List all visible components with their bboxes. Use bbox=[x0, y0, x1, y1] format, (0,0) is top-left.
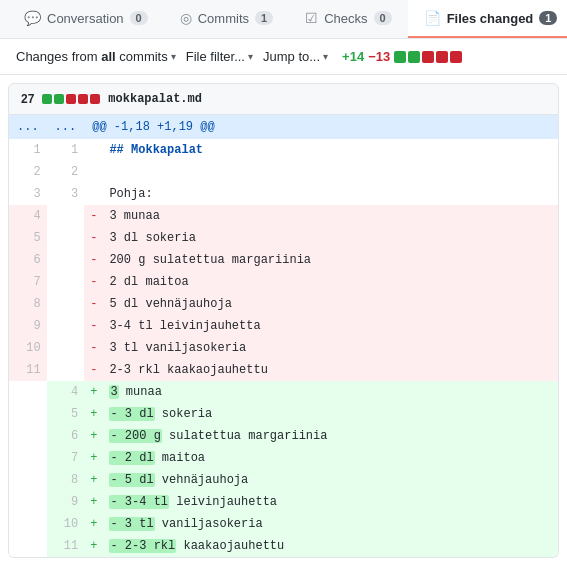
tab-badge-conversation: 0 bbox=[130, 11, 148, 25]
hunk-row: ... ... @@ -1,18 +1,19 @@ bbox=[9, 115, 558, 139]
line-marker-3: - bbox=[84, 205, 103, 227]
line-num-new-0: 1 bbox=[47, 139, 85, 161]
line-content-bold-0: ## Mokkapalat bbox=[109, 143, 203, 157]
line-marker-14: + bbox=[84, 447, 103, 469]
jump-to-label: Jump to... bbox=[263, 49, 320, 64]
line-marker-18: + bbox=[84, 535, 103, 557]
inline-highlight: - 200 g bbox=[109, 429, 161, 443]
diff-block-3 bbox=[436, 51, 448, 63]
line-plain: munaa bbox=[119, 385, 162, 399]
commits-icon: ◎ bbox=[180, 10, 192, 26]
line-num-old-5: 6 bbox=[9, 249, 47, 271]
line-num-old-16 bbox=[9, 491, 47, 513]
file-filter-button[interactable]: File filter... ▾ bbox=[186, 49, 253, 64]
line-num-new-14: 7 bbox=[47, 447, 85, 469]
line-marker-10: - bbox=[84, 359, 103, 381]
line-num-old-4: 5 bbox=[9, 227, 47, 249]
tab-label-files-changed: Files changed bbox=[447, 11, 534, 26]
line-plain: maitoa bbox=[155, 451, 205, 465]
tab-label-commits: Commits bbox=[198, 11, 249, 26]
diff-stat: +14−13 bbox=[342, 49, 462, 64]
line-num-new-11: 4 bbox=[47, 381, 85, 403]
files-changed-icon: 📄 bbox=[424, 10, 441, 26]
inline-highlight: - 2-3 rkl bbox=[109, 539, 176, 553]
file-count: 27 bbox=[21, 92, 34, 106]
diff-line-10: 11- 2-3 rkl kaakaojauhettu bbox=[9, 359, 558, 381]
diff-block-1 bbox=[408, 51, 420, 63]
filter-bar: Changes from all commits ▾File filter...… bbox=[0, 39, 567, 75]
diff-block-2 bbox=[422, 51, 434, 63]
inline-highlight: - 3 dl bbox=[109, 407, 154, 421]
line-code-13: - 200 g sulatettua margariinia bbox=[103, 425, 558, 447]
tab-badge-commits: 1 bbox=[255, 11, 273, 25]
tab-checks[interactable]: ☑ Checks 0 bbox=[289, 0, 407, 38]
diff-block-4 bbox=[450, 51, 462, 63]
diff-line-15: 8+ - 5 dl vehnäjauhoja bbox=[9, 469, 558, 491]
tab-label-conversation: Conversation bbox=[47, 11, 124, 26]
tab-bar: 💬 Conversation 0 ◎ Commits 1 ☑ Checks 0 … bbox=[0, 0, 567, 39]
line-marker-7: - bbox=[84, 293, 103, 315]
line-num-old-13 bbox=[9, 425, 47, 447]
inline-highlight: 3 bbox=[109, 385, 118, 399]
inline-highlight: - 2 dl bbox=[109, 451, 154, 465]
line-plain: kaakaojauhettu bbox=[176, 539, 284, 553]
tab-conversation[interactable]: 💬 Conversation 0 bbox=[8, 0, 164, 38]
line-num-old-10: 11 bbox=[9, 359, 47, 381]
tab-commits[interactable]: ◎ Commits 1 bbox=[164, 0, 289, 38]
jump-to-button[interactable]: Jump to... ▾ bbox=[263, 49, 328, 64]
file-diff-blocks bbox=[42, 94, 100, 104]
line-num-old-14 bbox=[9, 447, 47, 469]
diff-line-2: 33Pohja: bbox=[9, 183, 558, 205]
line-content-8: 3-4 tl leivinjauhetta bbox=[109, 319, 260, 333]
line-plain: leivinjauhetta bbox=[169, 495, 277, 509]
tab-files-changed[interactable]: 📄 Files changed 1 bbox=[408, 0, 567, 38]
diff-line-6: 7- 2 dl maitoa bbox=[9, 271, 558, 293]
line-code-3: 3 munaa bbox=[103, 205, 558, 227]
line-code-10: 2-3 rkl kaakaojauhettu bbox=[103, 359, 558, 381]
line-num-new-6 bbox=[47, 271, 85, 293]
diff-line-14: 7+ - 2 dl maitoa bbox=[9, 447, 558, 469]
line-code-8: 3-4 tl leivinjauhetta bbox=[103, 315, 558, 337]
file-section: 27 mokkapalat.md ... ... @@ -1,18 +1,19 … bbox=[0, 83, 567, 558]
diff-table: ... ... @@ -1,18 +1,19 @@ 11## Mokkapala… bbox=[9, 115, 558, 557]
line-num-new-9 bbox=[47, 337, 85, 359]
inline-highlight: - 3 tl bbox=[109, 517, 154, 531]
line-code-0: ## Mokkapalat bbox=[103, 139, 558, 161]
hunk-ellipsis-old: ... bbox=[9, 115, 47, 139]
diff-wrap: ... ... @@ -1,18 +1,19 @@ 11## Mokkapala… bbox=[8, 115, 559, 558]
line-num-new-10 bbox=[47, 359, 85, 381]
diff-line-9: 10- 3 tl vaniljasokeria bbox=[9, 337, 558, 359]
line-num-new-13: 6 bbox=[47, 425, 85, 447]
diff-line-4: 5- 3 dl sokeria bbox=[9, 227, 558, 249]
commits-filter-button[interactable]: Changes from all commits ▾ bbox=[16, 49, 176, 64]
line-marker-5: - bbox=[84, 249, 103, 271]
line-code-14: - 2 dl maitoa bbox=[103, 447, 558, 469]
commits-filter-caret: ▾ bbox=[171, 51, 176, 62]
line-num-old-8: 9 bbox=[9, 315, 47, 337]
line-code-1 bbox=[103, 161, 558, 183]
line-marker-0 bbox=[84, 139, 103, 161]
line-num-new-7 bbox=[47, 293, 85, 315]
line-num-new-5 bbox=[47, 249, 85, 271]
line-marker-6: - bbox=[84, 271, 103, 293]
tab-badge-checks: 0 bbox=[374, 11, 392, 25]
diff-line-1: 22 bbox=[9, 161, 558, 183]
diff-deletions: −13 bbox=[368, 49, 390, 64]
line-marker-17: + bbox=[84, 513, 103, 535]
file-filter-caret: ▾ bbox=[248, 51, 253, 62]
line-code-17: - 3 tl vaniljasokeria bbox=[103, 513, 558, 535]
line-num-new-3 bbox=[47, 205, 85, 227]
line-marker-16: + bbox=[84, 491, 103, 513]
line-num-old-7: 8 bbox=[9, 293, 47, 315]
line-code-7: 5 dl vehnäjauhoja bbox=[103, 293, 558, 315]
jump-to-caret: ▾ bbox=[323, 51, 328, 62]
line-plain: vehnäjauhoja bbox=[155, 473, 249, 487]
line-num-old-17 bbox=[9, 513, 47, 535]
line-code-5: 200 g sulatettua margariinia bbox=[103, 249, 558, 271]
line-num-old-0: 1 bbox=[9, 139, 47, 161]
line-marker-11: + bbox=[84, 381, 103, 403]
line-num-new-17: 10 bbox=[47, 513, 85, 535]
file-header: 27 mokkapalat.md bbox=[8, 83, 559, 115]
line-code-4: 3 dl sokeria bbox=[103, 227, 558, 249]
line-num-new-16: 9 bbox=[47, 491, 85, 513]
